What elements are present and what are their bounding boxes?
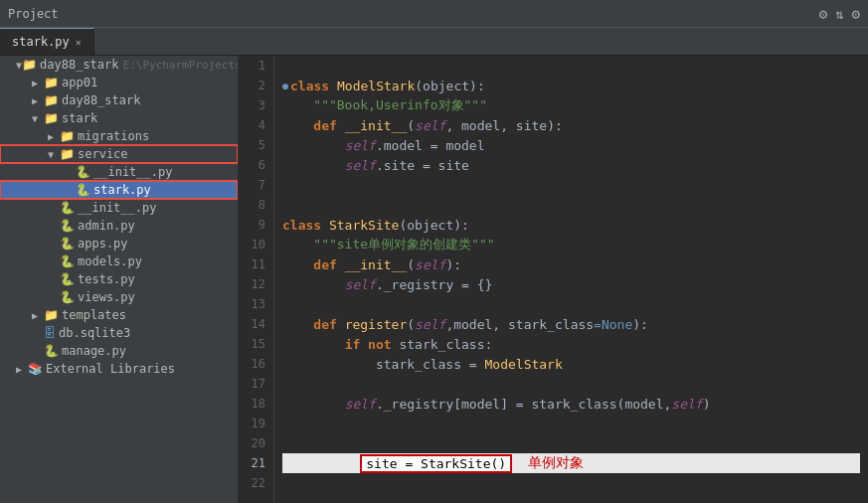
spacer — [32, 328, 44, 339]
class-name: ModelStark — [337, 79, 415, 93]
tree-item-day88-stark-sub[interactable]: ▶ 📁 day88_stark — [0, 91, 238, 109]
spacer — [48, 221, 60, 232]
spacer — [64, 167, 76, 178]
tree-item-migrations[interactable]: ▶ 📁 migrations — [0, 127, 238, 145]
tree-item-init-py2[interactable]: 🐍 __init__.py — [0, 199, 238, 217]
line-num-13: 13 — [247, 294, 265, 314]
tree-item-manage-py[interactable]: 🐍 manage.py — [0, 342, 238, 360]
self-ref: self — [345, 138, 376, 153]
tree-item-apps-py[interactable]: 🐍 apps.py — [0, 235, 238, 252]
self-param: self — [671, 397, 702, 412]
tree-label-admin-py: admin.py — [78, 219, 135, 233]
py-icon: 🐍 — [60, 272, 75, 286]
chevron-down-icon: ▼ — [32, 113, 44, 124]
chevron-down-icon: ▼ — [48, 149, 60, 160]
chevron-right-icon: ▶ — [48, 131, 60, 142]
code-line-3: """Book,Userinfo对象""" — [282, 95, 860, 115]
tree-item-ext-libs[interactable]: ▶ 📚 External Libraries — [0, 360, 238, 378]
spacer — [64, 185, 76, 196]
chevron-right-icon: ▶ — [32, 78, 44, 88]
chevron-right-icon: ▶ — [32, 95, 44, 106]
editor[interactable]: 1 2 3 4 5 6 7 8 9 10 11 12 13 14 15 16 1… — [239, 56, 868, 503]
top-bar-icons: ⚙ ⇅ ⚙ — [819, 6, 860, 22]
sort-icon[interactable]: ⇅ — [835, 6, 843, 22]
gear-icon[interactable]: ⚙ — [852, 6, 860, 22]
class-starksite: StarkSite — [329, 218, 399, 233]
py-icon: 🐍 — [60, 290, 75, 304]
tree-item-app01[interactable]: ▶ 📁 app01 — [0, 74, 238, 91]
py-icon: 🐍 — [60, 254, 75, 268]
indent — [282, 118, 313, 133]
code-line-7 — [282, 175, 860, 195]
path-label: E:\PycharmProjects\d — [123, 59, 239, 72]
tree-item-stark[interactable]: ▼ 📁 stark — [0, 109, 238, 127]
params3: ( — [407, 317, 415, 332]
code-area[interactable]: ● class ModelStark(object): """Book,User… — [274, 56, 868, 503]
line-num-17: 17 — [247, 374, 265, 394]
tree-label-stark: stark — [62, 111, 97, 125]
code-line-11: def __init__(self): — [282, 254, 860, 274]
tab-stark-py[interactable]: stark.py ✕ — [0, 28, 94, 55]
indent — [282, 98, 313, 113]
close-paren: ): — [445, 257, 461, 272]
tree-item-tests-py[interactable]: 🐍 tests.py — [0, 270, 238, 288]
code-line-13 — [282, 294, 860, 314]
tree-label-service: service — [78, 147, 128, 161]
code-line-4: def __init__(self, model, site): — [282, 115, 860, 135]
kw-def: def — [313, 118, 344, 133]
self-ref4: self — [345, 397, 376, 412]
tree-item-admin-py[interactable]: 🐍 admin.py — [0, 217, 238, 235]
spacer — [48, 274, 60, 285]
spacer — [32, 346, 44, 357]
indent — [282, 317, 313, 332]
tree-item-stark-py[interactable]: 🐍 stark.py — [0, 181, 238, 199]
line-num-20: 20 — [247, 433, 265, 453]
py-icon: 🐍 — [76, 183, 90, 197]
line-num-2: 2 — [247, 76, 265, 95]
comma-params: , model, site): — [445, 118, 562, 133]
kw-def2: def — [313, 257, 344, 272]
line-num-11: 11 — [247, 254, 265, 274]
stark-assign: stark_class = — [376, 357, 485, 372]
tree-label-day88-sub: day88_stark — [62, 93, 140, 107]
line-num-8: 8 — [247, 195, 265, 215]
dot-site: .site = site — [376, 158, 469, 173]
tree-item-db-sqlite3[interactable]: 🗄 db.sqlite3 — [0, 324, 238, 342]
line-num-18: 18 — [247, 394, 265, 414]
stark-class-ref: stark_class: — [399, 337, 492, 352]
tree-item-init-py[interactable]: 🐍 __init__.py — [0, 163, 238, 181]
tab-bar: stark.py ✕ — [0, 28, 868, 56]
self-ref3: self — [345, 277, 376, 292]
folder-icon: 📁 — [44, 76, 59, 89]
code-line-2: ● class ModelStark(object): — [282, 76, 860, 95]
close-call: ) — [703, 397, 711, 412]
py-icon: 🐍 — [60, 237, 75, 251]
docstring: """Book,Userinfo对象""" — [313, 96, 487, 114]
kw-class2: class — [282, 218, 329, 233]
ext-icon: 📚 — [28, 362, 43, 376]
code-line-1 — [282, 56, 860, 76]
code-line-16: stark_class = ModelStark — [282, 354, 860, 374]
equals-none: =None — [594, 317, 632, 332]
line-num-5: 5 — [247, 135, 265, 155]
tree-item-day88-stark[interactable]: ▼ 📁 day88_stark E:\PycharmProjects\d — [0, 56, 238, 74]
tree-item-service[interactable]: ▼ 📁 service — [0, 145, 238, 163]
line-num-10: 10 — [247, 235, 265, 254]
code-line-10: """site单例对象的创建类""" — [282, 235, 860, 254]
indent — [282, 257, 313, 272]
tree-item-templates[interactable]: ▶ 📁 templates — [0, 306, 238, 324]
kw-def3: def — [313, 317, 344, 332]
kw-if: if not — [345, 337, 400, 352]
tree-item-views-py[interactable]: 🐍 views.py — [0, 288, 238, 306]
tree-label-models-py: models.py — [78, 254, 142, 268]
tree-label-migrations: migrations — [78, 129, 149, 143]
kw-class: class — [290, 79, 337, 93]
dot-model: .model = model — [376, 138, 485, 153]
spacer — [48, 256, 60, 267]
tree-item-models-py[interactable]: 🐍 models.py — [0, 252, 238, 270]
tab-close-icon[interactable]: ✕ — [76, 37, 82, 48]
folder-icon: 📁 — [60, 129, 75, 143]
settings-icon[interactable]: ⚙ — [819, 6, 827, 22]
site-assign: site = StarkSite() — [282, 439, 512, 488]
param-self: self — [415, 118, 445, 133]
